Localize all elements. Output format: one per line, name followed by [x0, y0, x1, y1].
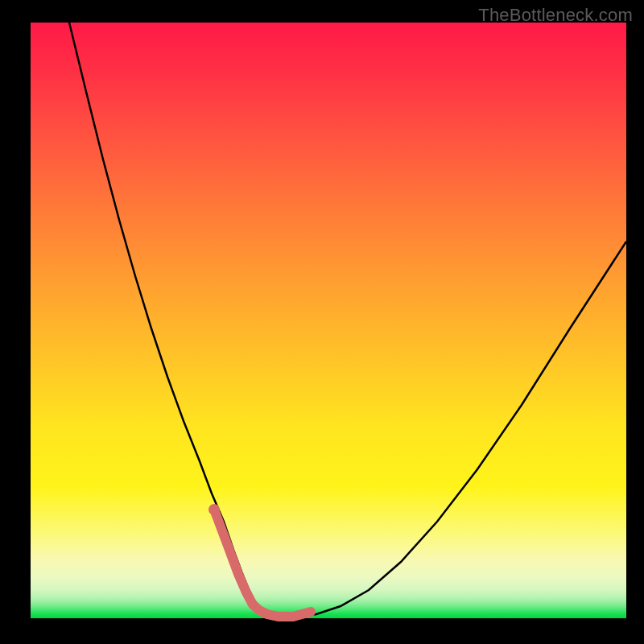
trough-dot	[208, 504, 220, 515]
chart-svg	[31, 23, 626, 618]
plot-area	[31, 23, 626, 618]
watermark-text: TheBottleneck.com	[478, 5, 633, 26]
outer-frame: TheBottleneck.com	[0, 0, 644, 644]
trough-highlight	[216, 514, 311, 617]
bottleneck-curve	[69, 23, 626, 617]
